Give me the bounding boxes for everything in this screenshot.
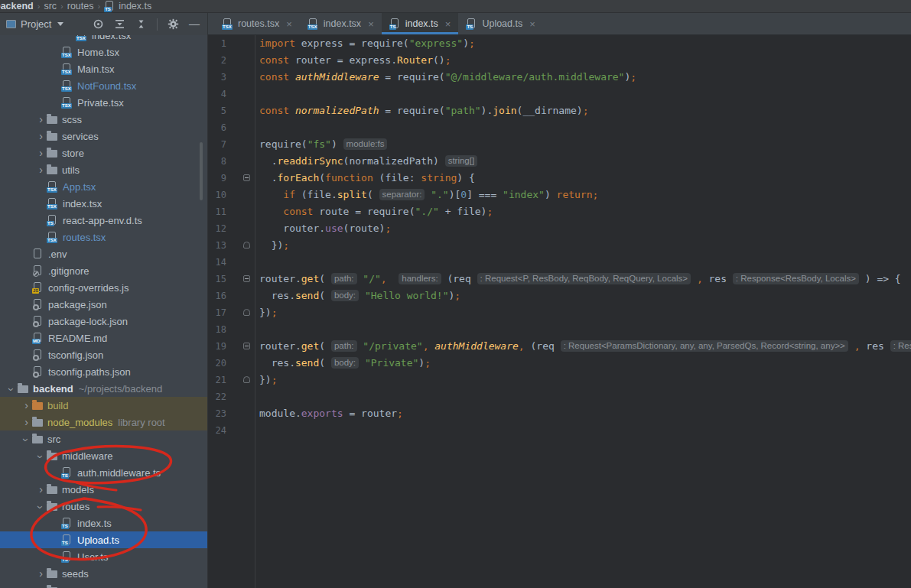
editor-tab-index.tsx[interactable]: TSXindex.tsx× xyxy=(300,13,382,34)
tab-close-icon[interactable]: × xyxy=(286,18,292,30)
code-line-1[interactable]: import express = require("express"); xyxy=(259,35,475,52)
code-token: const xyxy=(259,105,289,116)
code-line-10[interactable]: if (file.split( separator: ".")[0] === "… xyxy=(259,187,598,203)
editor-tab-routes.tsx[interactable]: TSXroutes.tsx× xyxy=(214,13,300,34)
code-line-12[interactable]: router.use(route); xyxy=(259,220,391,237)
tree-file-auth.middleware.ts[interactable]: TSauth.middleware.ts xyxy=(0,464,208,481)
fold-marker-17[interactable] xyxy=(243,309,250,316)
breadcrumb-item-routes[interactable]: routes xyxy=(67,1,94,11)
breadcrumb-item-backend[interactable]: backend xyxy=(0,1,34,11)
tree-file-README.md[interactable]: MDREADME.md xyxy=(0,330,208,346)
chevron-collapsed-icon[interactable]: › xyxy=(35,585,47,588)
project-panel-title[interactable]: Project xyxy=(21,18,51,30)
tree-folder-partial[interactable]: › xyxy=(0,582,208,588)
code-line-16[interactable]: res.send( body: "Hello world!"); xyxy=(259,288,460,304)
fold-marker-13[interactable] xyxy=(243,242,250,249)
tree-file-package.json[interactable]: package.json xyxy=(0,296,208,313)
project-tree[interactable]: TSXindex.tsxTSXHome.tsxTSXMain.tsxTSXNot… xyxy=(0,35,208,588)
tree-folder-backend[interactable]: ›backend~/projects/backend xyxy=(0,380,208,397)
tree-scrollbar[interactable] xyxy=(200,142,203,200)
tree-file-NotFound.tsx[interactable]: TSXNotFound.tsx xyxy=(0,77,208,94)
chevron-collapsed-icon[interactable]: › xyxy=(35,114,47,125)
chevron-expanded-icon[interactable]: › xyxy=(6,384,17,395)
chevron-expanded-icon[interactable]: › xyxy=(21,434,31,446)
project-tool-window-icon[interactable] xyxy=(6,20,16,28)
tree-file-Main.tsx[interactable]: TSXMain.tsx xyxy=(0,60,208,77)
code-line-3[interactable]: const authMiddleware = require("@/middle… xyxy=(259,69,636,86)
fold-marker-21[interactable] xyxy=(243,376,250,383)
hide-panel-icon[interactable]: — xyxy=(189,18,200,30)
code-line-8[interactable]: .readdirSync(normalizedPath) string[] xyxy=(259,153,477,170)
fold-marker-19[interactable] xyxy=(243,343,250,349)
code-line-15[interactable]: router.get( path: "/", handlers: (req : … xyxy=(259,271,901,288)
code-token: 0 xyxy=(460,189,467,200)
tree-file-tsconfig.json[interactable]: tsconfig.json xyxy=(0,346,208,363)
code-line-19[interactable]: router.get( path: "/private", authMiddle… xyxy=(259,338,911,355)
chevron-collapsed-icon[interactable]: › xyxy=(35,164,47,175)
code-line-9[interactable]: .forEach(function (file: string) { xyxy=(259,170,475,187)
tree-file-config-overrides.js[interactable]: JSconfig-overrides.js xyxy=(0,279,208,296)
chevron-collapsed-icon[interactable]: › xyxy=(35,131,47,141)
tree-file-index.tsx[interactable]: TSXindex.tsx xyxy=(0,195,208,212)
code-line-17[interactable]: }); xyxy=(259,304,277,321)
tree-folder-build[interactable]: ›build xyxy=(0,397,208,414)
tree-file-Private.tsx[interactable]: TSXPrivate.tsx xyxy=(0,94,208,111)
chevron-expanded-icon[interactable]: › xyxy=(35,502,46,513)
code-line-5[interactable]: const normalizedPath = require("path").j… xyxy=(259,102,589,119)
tree-file-Upload.ts[interactable]: TSUpload.ts xyxy=(0,531,208,548)
tree-folder-node_modules[interactable]: ›node_moduleslibrary root xyxy=(0,414,208,430)
chevron-collapsed-icon[interactable]: › xyxy=(35,148,47,158)
code-line-11[interactable]: const route = require("./" + file); xyxy=(259,203,493,220)
code-line-23[interactable]: module.exports = router; xyxy=(259,405,403,422)
chevron-collapsed-icon[interactable]: › xyxy=(21,417,32,427)
editor-tab-index.ts[interactable]: TSindex.ts× xyxy=(382,13,459,34)
tree-folder-services[interactable]: ›services xyxy=(0,128,208,145)
tree-file-routes.tsx[interactable]: TSXroutes.tsx xyxy=(0,229,208,245)
tree-folder-models[interactable]: ›models xyxy=(0,481,208,498)
tree-file-.env[interactable]: .env xyxy=(0,245,208,262)
editor-tab-Upload.ts[interactable]: TSUpload.ts× xyxy=(458,13,542,34)
tree-folder-routes[interactable]: ›routes xyxy=(0,498,208,515)
tree-file-index.ts[interactable]: TSindex.ts xyxy=(0,515,208,531)
tree-folder-src[interactable]: ›src xyxy=(0,430,208,447)
settings-gear-icon[interactable] xyxy=(168,18,179,30)
chevron-down-icon[interactable] xyxy=(57,22,63,26)
tree-file-App.tsx[interactable]: TSXApp.tsx xyxy=(0,178,208,195)
tab-close-icon[interactable]: × xyxy=(529,18,535,30)
tree-file-package-lock.json[interactable]: package-lock.json xyxy=(0,313,208,330)
code-line-13[interactable]: }); xyxy=(259,237,289,254)
code-line-21[interactable]: }); xyxy=(259,372,277,388)
code-line-2[interactable]: const router = express.Router(); xyxy=(259,52,451,69)
code-token: route = require( xyxy=(313,206,415,217)
tree-file-Home.tsx[interactable]: TSXHome.tsx xyxy=(0,44,208,60)
code-token: }) xyxy=(259,307,272,318)
tree-file-tsconfig.paths.json[interactable]: tsconfig.paths.json xyxy=(0,363,208,380)
chevron-collapsed-icon[interactable]: › xyxy=(35,568,47,579)
code-editor[interactable]: 123456789101112131415161718192021222324 … xyxy=(208,35,911,588)
tree-folder-middleware[interactable]: ›middleware xyxy=(0,447,208,464)
tree-file-.gitignore[interactable]: .gitignore xyxy=(0,262,208,279)
tree-folder-utils[interactable]: ›utils xyxy=(0,161,208,178)
chevron-collapsed-icon[interactable]: › xyxy=(35,484,47,495)
tab-close-icon[interactable]: × xyxy=(445,18,451,30)
collapse-all-icon[interactable] xyxy=(135,18,147,30)
tree-folder-scss[interactable]: ›scss xyxy=(0,111,208,128)
tree-item-label: index.tsx xyxy=(92,35,131,41)
chevron-expanded-icon[interactable]: › xyxy=(35,451,46,463)
locate-icon[interactable] xyxy=(93,18,104,30)
fold-marker-9[interactable] xyxy=(243,174,250,181)
breadcrumb-item-src[interactable]: src xyxy=(44,1,57,11)
tree-file-User.ts[interactable]: TSUser.ts xyxy=(0,548,208,565)
tab-close-icon[interactable]: × xyxy=(368,18,374,30)
code-line-20[interactable]: res.send( body: "Private"); xyxy=(259,355,431,372)
breadcrumb-item-index.ts[interactable]: index.ts xyxy=(119,1,151,11)
tree-file-react-app-env.d.ts[interactable]: TSreact-app-env.d.ts xyxy=(0,212,208,229)
breadcrumb-separator-icon: › xyxy=(60,2,63,11)
tree-folder-store[interactable]: ›store xyxy=(0,145,208,161)
code-line-7[interactable]: require("fs") module:fs xyxy=(259,136,387,153)
tree-file-index.tsx[interactable]: TSXindex.tsx xyxy=(0,35,208,44)
expand-all-icon[interactable] xyxy=(114,18,125,30)
tree-folder-seeds[interactable]: ›seeds xyxy=(0,565,208,582)
chevron-collapsed-icon[interactable]: › xyxy=(21,400,32,411)
fold-marker-15[interactable] xyxy=(243,275,250,282)
